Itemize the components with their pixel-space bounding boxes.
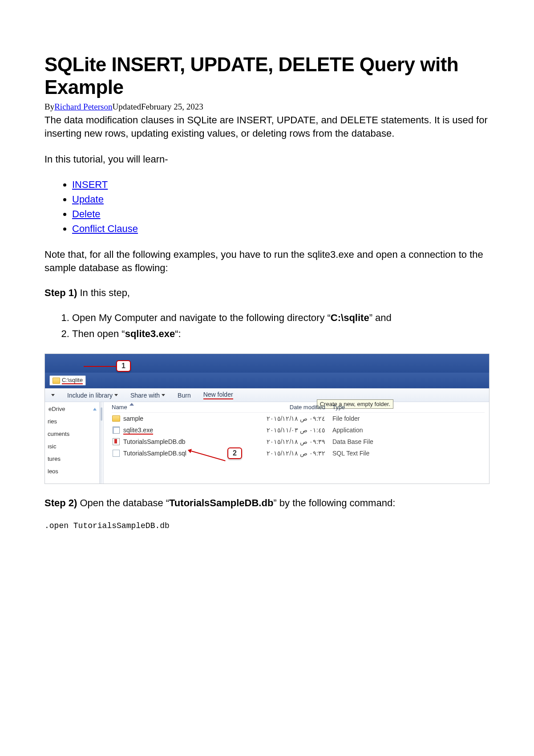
explorer-toolbar: Include in library Share with Burn New f… xyxy=(45,388,489,402)
toc-link-conflict[interactable]: Conflict Clause xyxy=(72,223,138,234)
toc-item: INSERT xyxy=(72,178,490,192)
exe-icon xyxy=(112,427,121,434)
toolbar-dropdown-icon xyxy=(49,394,55,396)
files-header: Name Date modified Type xyxy=(112,402,485,413)
file-row: sample ٠٩:٢٤ ص ٢٠١٥/١٢/١٨ File folder xyxy=(112,413,485,424)
toolbar-newfolder: New folder xyxy=(203,391,233,399)
sidebar-item: ısic xyxy=(47,442,98,451)
toc-link-delete[interactable]: Delete xyxy=(72,208,101,219)
files-pane: 2 Name Date modified Type sample ٠٩:٢٤ ص… xyxy=(104,402,489,484)
toolbar-share: Share with xyxy=(130,392,165,399)
file-row: TutorialsSampleDB.sql ٠٩:٣٢ ص ٢٠١٥/١٢/١٨… xyxy=(112,447,485,459)
learn-intro: In this tutorial, you will learn- xyxy=(44,153,490,166)
toolbar-include: Include in library xyxy=(67,392,118,399)
sidebar-item: leos xyxy=(47,467,98,476)
page-title: SQLite INSERT, UPDATE, DELETE Query with… xyxy=(44,53,490,98)
toc-item: Delete xyxy=(72,207,490,221)
author-link[interactable]: Richard Peterson xyxy=(54,102,112,111)
step1-list: Open My Computer and navigate to the fol… xyxy=(44,311,490,340)
toc-link-insert[interactable]: INSERT xyxy=(72,179,108,190)
sidebar-divider xyxy=(99,402,104,484)
path-text: C:\sqlite xyxy=(62,377,83,384)
intro-paragraph: The data modification clauses in SQLite … xyxy=(44,114,490,140)
folder-icon xyxy=(53,378,60,384)
toolbar-burn: Burn xyxy=(178,392,191,399)
step1-heading: Step 1) In this step, xyxy=(44,287,490,299)
explorer-pathbar: C:\sqlite 1 xyxy=(45,373,489,388)
toc-list: INSERT Update Delete Conflict Clause xyxy=(44,178,490,236)
sort-asc-icon xyxy=(129,403,134,406)
step2-heading: Step 2) Open the database “TutorialsSamp… xyxy=(44,497,490,509)
updated-label: Updated xyxy=(113,102,141,111)
toc-item: Conflict Clause xyxy=(72,222,490,236)
list-item: Then open “sqlite3.exe“: xyxy=(72,327,490,341)
path-box: C:\sqlite xyxy=(49,375,86,386)
callout-1: 1 xyxy=(116,360,131,372)
code-block: .open TutorialsSampleDB.db xyxy=(44,521,490,530)
sidebar-item: cuments xyxy=(47,429,98,439)
updated-date: February 25, 2023 xyxy=(141,102,203,111)
byline: ByRichard PetersonUpdatedFebruary 25, 20… xyxy=(44,102,490,112)
folder-icon xyxy=(112,415,121,422)
db-icon xyxy=(112,438,121,445)
file-row: sqlite3.exe ٠١:٤٥ ص ٢٠١٥/١١/٠٣ Applicati… xyxy=(112,424,485,436)
sidebar-top-item: eDrive xyxy=(49,406,65,412)
chevron-up-icon xyxy=(93,408,97,411)
toc-link-update[interactable]: Update xyxy=(72,194,104,205)
sidebar-item: ries xyxy=(47,417,98,426)
explorer-titlebar xyxy=(45,354,489,373)
list-item: Open My Computer and navigate to the fol… xyxy=(72,311,490,325)
sql-icon xyxy=(112,450,121,457)
explorer-sidebar: eDrive ries cuments ısic tures leos xyxy=(45,402,99,484)
sidebar-item: tures xyxy=(47,454,98,463)
by-label: By xyxy=(44,102,54,111)
explorer-screenshot: C:\sqlite 1 Include in library Share wit… xyxy=(44,354,490,484)
toc-item: Update xyxy=(72,193,490,207)
file-row: TutorialsSampleDB.db ٠٩:٣٩ ص ٢٠١٥/١٢/١٨ … xyxy=(112,436,485,447)
callout-2: 2 xyxy=(227,447,242,459)
note-paragraph: Note that, for all the following example… xyxy=(44,248,490,274)
